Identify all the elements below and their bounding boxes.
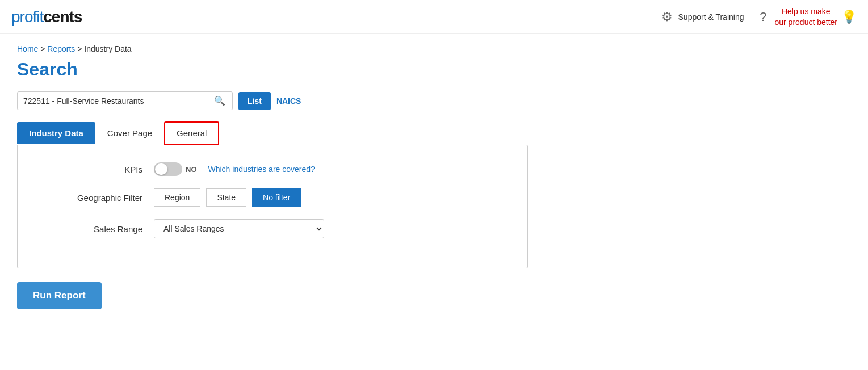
- sales-range-select[interactable]: All Sales Ranges Under $500K $500K - $1M…: [154, 219, 324, 238]
- sales-range-label: Sales Range: [40, 224, 154, 234]
- main-content: Search 🔍 List NAICS Industry Data Cover …: [0, 59, 868, 326]
- tabs: Industry Data Cover Page General: [17, 121, 851, 145]
- breadcrumb-home[interactable]: Home: [17, 44, 38, 53]
- support-training-label: Support & Training: [678, 12, 744, 22]
- question-icon: ?: [755, 9, 771, 25]
- search-button[interactable]: 🔍: [213, 95, 227, 106]
- feedback-label: Help us makeour product better: [774, 6, 837, 27]
- logo-cents: cents: [43, 8, 82, 26]
- kpis-control: NO Which industries are covered?: [154, 162, 315, 176]
- search-input[interactable]: [23, 96, 213, 106]
- breadcrumb: Home > Reports > Industry Data: [0, 34, 868, 59]
- header: profitcents ⚙ Support & Training ? Help …: [0, 0, 868, 34]
- geo-state-button[interactable]: State: [206, 188, 246, 207]
- geo-region-button[interactable]: Region: [154, 188, 200, 207]
- kpis-toggle[interactable]: NO: [154, 162, 197, 176]
- geo-no-filter-button[interactable]: No filter: [252, 188, 301, 207]
- logo: profitcents: [11, 8, 82, 26]
- kpis-row: KPIs NO Which industries are covered?: [40, 162, 505, 176]
- toggle-knob: [155, 163, 167, 175]
- breadcrumb-sep1: >: [38, 44, 47, 53]
- toggle-label: NO: [186, 165, 197, 174]
- geo-filter-label: Geographic Filter: [40, 193, 154, 203]
- tab-general[interactable]: General: [164, 121, 219, 145]
- geo-filter-control: Region State No filter: [154, 188, 301, 207]
- header-actions: ⚙ Support & Training ? Help us makeour p…: [659, 6, 857, 27]
- sales-range-control: All Sales Ranges Under $500K $500K - $1M…: [154, 219, 324, 238]
- feedback-link[interactable]: ? Help us makeour product better 💡: [755, 6, 857, 27]
- tab-industry-data[interactable]: Industry Data: [17, 122, 95, 144]
- breadcrumb-current: Industry Data: [84, 44, 131, 53]
- panel: KPIs NO Which industries are covered? Ge…: [17, 145, 528, 268]
- kpis-label: KPIs: [40, 165, 154, 174]
- toggle-track[interactable]: [154, 162, 182, 176]
- run-report-button[interactable]: Run Report: [17, 282, 102, 309]
- logo-profit: profit: [11, 8, 43, 26]
- search-input-wrapper: 🔍: [17, 91, 233, 110]
- sales-range-row: Sales Range All Sales Ranges Under $500K…: [40, 219, 505, 238]
- breadcrumb-sep2: >: [75, 44, 84, 53]
- gear-icon: ⚙: [659, 9, 675, 25]
- geo-filter-row: Geographic Filter Region State No filter: [40, 188, 505, 207]
- breadcrumb-reports[interactable]: Reports: [47, 44, 75, 53]
- tab-cover-page[interactable]: Cover Page: [95, 122, 164, 144]
- naics-link[interactable]: NAICS: [276, 96, 301, 106]
- search-row: 🔍 List NAICS: [17, 91, 851, 110]
- which-industries-link[interactable]: Which industries are covered?: [208, 165, 315, 174]
- support-training-link[interactable]: ⚙ Support & Training: [659, 9, 744, 25]
- bulb-icon: 💡: [841, 9, 857, 25]
- page-title: Search: [17, 59, 851, 80]
- list-button[interactable]: List: [238, 92, 271, 110]
